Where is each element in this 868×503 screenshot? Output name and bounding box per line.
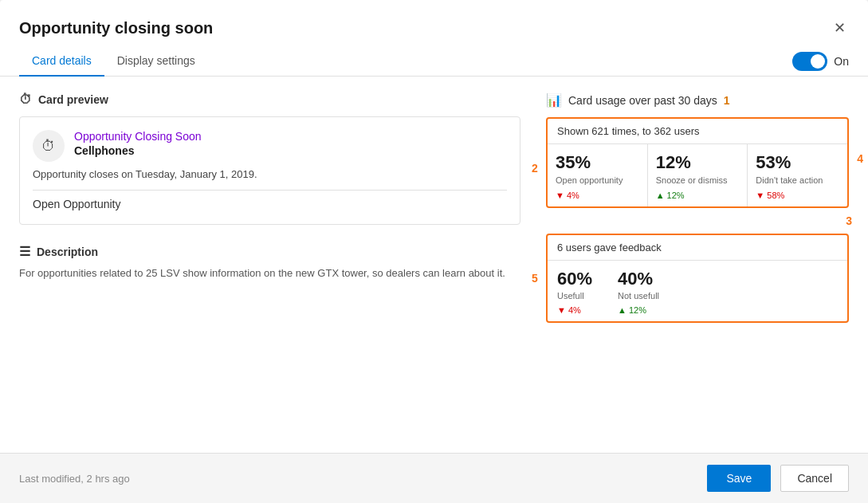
stat-cell-1: 12% Snooze or dismiss ▲ 12%	[648, 144, 748, 206]
stat-pct-1: 12%	[656, 152, 740, 173]
left-panel: ⏱ Card preview ⏱ Opportunity Closing Soo…	[19, 92, 520, 437]
tab-card-details[interactable]: Card details	[19, 46, 104, 77]
feedback-cell-0: 60% Usefull ▼ 4%	[557, 269, 592, 315]
card-header: ⏱ Opportunity Closing Soon Cellphones	[33, 130, 507, 162]
card-body-text: Opportunity closes on Tuesday, January 1…	[33, 168, 507, 180]
card-preview-box: ⏱ Opportunity Closing Soon Cellphones Op…	[19, 116, 520, 225]
stat-change-0: ▼ 4%	[556, 191, 639, 200]
card-subtitle: Cellphones	[74, 144, 202, 157]
stat-pct-2: 53%	[756, 152, 839, 173]
card-icon: ⏱	[33, 130, 65, 162]
description-title: ☰ Description	[19, 244, 520, 259]
feedback-cell-1: 40% Not usefull ▲ 12%	[618, 269, 659, 315]
preview-icon: ⏱	[19, 92, 32, 107]
card-action-label: Open Opportunity	[33, 198, 121, 210]
stat-change-1: ▲ 12%	[656, 191, 740, 200]
feedback-label-0: Usefull	[557, 291, 592, 301]
stat-label-2: Didn't take action	[756, 175, 839, 186]
stat-cell-0: 35% Open opportunity ▼ 4%	[548, 144, 648, 206]
card-info: Opportunity Closing Soon Cellphones	[74, 130, 202, 157]
right-panel-inner: 📊 Card usage over past 30 days 1 2 4 Sho…	[546, 92, 849, 323]
label-2: 2	[532, 162, 538, 175]
close-button[interactable]: ✕	[831, 16, 849, 40]
stats-cells: 35% Open opportunity ▼ 4% 12% Snooze or …	[548, 144, 847, 206]
usage-section-title: 📊 Card usage over past 30 days 1	[546, 92, 849, 108]
usage-icon: 📊	[546, 92, 562, 108]
dialog: Opportunity closing soon ✕ Card details …	[0, 0, 868, 503]
stat-change-2: ▼ 58%	[756, 191, 839, 200]
on-off-toggle[interactable]	[792, 52, 827, 71]
description-text: For opportunities related to 25 LSV show…	[19, 265, 520, 281]
usage-number-1: 1	[724, 94, 730, 107]
feedback-header: 6 users gave feedback	[548, 235, 847, 261]
dialog-header: Opportunity closing soon ✕	[0, 0, 868, 40]
cancel-button[interactable]: Cancel	[780, 465, 849, 492]
card-preview-title: ⏱ Card preview	[19, 92, 520, 107]
dialog-title: Opportunity closing soon	[19, 19, 213, 37]
feedback-wrapper: 5 6 users gave feedback 60% Usefull ▼ 4%…	[546, 234, 849, 323]
stat-label-0: Open opportunity	[556, 175, 639, 186]
save-button[interactable]: Save	[707, 465, 771, 492]
label-3: 3	[846, 214, 852, 227]
toggle-row: On	[792, 52, 849, 71]
stat-pct-0: 35%	[556, 152, 639, 173]
card-title[interactable]: Opportunity Closing Soon	[74, 130, 202, 143]
feedback-change-1: ▲ 12%	[618, 305, 659, 315]
label-5: 5	[532, 272, 538, 285]
stats-box: Shown 621 times, to 362 users 35% Open o…	[546, 117, 849, 208]
stats-shown-row: Shown 621 times, to 362 users	[548, 119, 847, 144]
tab-display-settings[interactable]: Display settings	[104, 46, 208, 77]
footer-buttons: Save Cancel	[707, 465, 849, 492]
stat-label-1: Snooze or dismiss	[656, 175, 740, 186]
dialog-footer: Last modified, 2 hrs ago Save Cancel	[0, 453, 868, 503]
feedback-cells: 60% Usefull ▼ 4% 40% Not usefull ▲ 12%	[548, 261, 847, 321]
right-panel: 📊 Card usage over past 30 days 1 2 4 Sho…	[546, 92, 849, 437]
stats-outer-wrapper: 2 4 Shown 621 times, to 362 users 35% Op…	[546, 117, 849, 208]
tabs: Card details Display settings	[19, 46, 208, 76]
description-icon: ☰	[19, 244, 30, 259]
feedback-change-0: ▼ 4%	[557, 305, 592, 315]
label-4: 4	[857, 152, 863, 165]
feedback-pct-1: 40%	[618, 269, 659, 289]
description-section: ☰ Description For opportunities related …	[19, 244, 520, 281]
tabs-row: Card details Display settings On	[0, 46, 868, 77]
feedback-label-1: Not usefull	[618, 291, 659, 301]
dialog-body: ⏱ Card preview ⏱ Opportunity Closing Soo…	[0, 77, 868, 453]
toggle-label: On	[834, 55, 849, 68]
feedback-box: 6 users gave feedback 60% Usefull ▼ 4% 4…	[546, 234, 849, 323]
feedback-pct-0: 60%	[557, 269, 592, 289]
footer-modified: Last modified, 2 hrs ago	[19, 473, 130, 485]
stat-cell-2: 53% Didn't take action ▼ 58%	[748, 144, 847, 206]
